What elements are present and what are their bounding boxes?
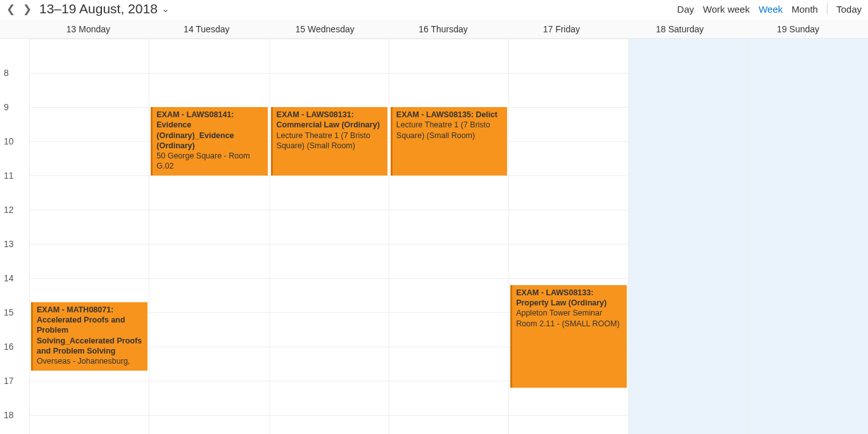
- calendar-event[interactable]: EXAM - LAWS08133: Property Law (Ordinary…: [510, 285, 627, 388]
- event-title: EXAM - MATH08071: Accelerated Proofs and…: [37, 305, 144, 356]
- hour-label: 9: [4, 102, 9, 112]
- day-column[interactable]: EXAM - LAWS08141: Evidence (Ordinary)_Ev…: [149, 39, 268, 434]
- event-location: Lecture Theatre 1 (7 Bristo Square) (Sma…: [277, 131, 384, 151]
- day-column[interactable]: [748, 39, 868, 434]
- calendar-grid[interactable]: 8910111213141516171819 EXAM - MATH08071:…: [0, 39, 868, 434]
- view-today[interactable]: Today: [836, 4, 862, 15]
- day-header[interactable]: 16 Thursday: [384, 20, 503, 38]
- date-range-picker[interactable]: 13–19 August, 2018 ⌄: [39, 1, 170, 16]
- hour-label: 11: [4, 170, 14, 181]
- hour-label: 14: [4, 273, 14, 283]
- hour-label: 15: [4, 307, 14, 317]
- day-header[interactable]: 18 Saturday: [620, 20, 739, 38]
- event-title: EXAM - LAWS08133: Property Law (Ordinary…: [516, 288, 623, 309]
- event-location: Appleton Tower Seminar Room 2.11 - (SMAL…: [516, 308, 623, 329]
- hour-label: 13: [4, 239, 14, 249]
- event-title: EXAM - LAWS08141: Evidence (Ordinary)_Ev…: [156, 110, 263, 151]
- event-location: Overseas - Johannesburg,: [37, 356, 144, 366]
- toolbar: ❮ ❯ 13–19 August, 2018 ⌄ Day Work week W…: [0, 0, 868, 20]
- time-gutter: 8910111213141516171819: [0, 39, 29, 434]
- day-headers-row: 13 Monday14 Tuesday15 Wednesday16 Thursd…: [0, 20, 868, 39]
- calendar-event[interactable]: EXAM - MATH08071: Accelerated Proofs and…: [31, 302, 148, 371]
- hour-label: 17: [4, 376, 14, 386]
- hour-label: 8: [4, 68, 9, 78]
- day-header[interactable]: 17 Friday: [502, 20, 620, 38]
- calendar: 13 Monday14 Tuesday15 Wednesday16 Thursd…: [0, 20, 868, 434]
- next-week-button[interactable]: ❯: [23, 3, 32, 16]
- calendar-event[interactable]: EXAM - LAWS08135: DelictLecture Theatre …: [391, 107, 507, 176]
- view-workweek[interactable]: Work week: [703, 4, 750, 15]
- view-day[interactable]: Day: [677, 4, 695, 15]
- hour-label: 16: [4, 341, 14, 352]
- view-month[interactable]: Month: [791, 4, 818, 15]
- day-column[interactable]: EXAM - LAWS08131: Commercial Law (Ordina…: [269, 39, 389, 434]
- event-location: Lecture Theatre 1 (7 Bristo Square) (Sma…: [396, 120, 503, 141]
- grid-body: EXAM - MATH08071: Accelerated Proofs and…: [29, 39, 868, 434]
- calendar-event[interactable]: EXAM - LAWS08131: Commercial Law (Ordina…: [271, 107, 387, 176]
- day-header[interactable]: 14 Tuesday: [148, 20, 266, 38]
- event-title: EXAM - LAWS08131: Commercial Law (Ordina…: [277, 110, 384, 131]
- day-header[interactable]: 15 Wednesday: [266, 20, 384, 38]
- divider: [827, 3, 827, 15]
- day-header[interactable]: 13 Monday: [29, 20, 148, 38]
- day-column[interactable]: EXAM - MATH08071: Accelerated Proofs and…: [29, 39, 149, 434]
- hour-label: 18: [4, 410, 14, 420]
- prev-week-button[interactable]: ❮: [6, 3, 15, 16]
- chevron-down-icon: ⌄: [161, 3, 170, 15]
- date-range-label: 13–19 August, 2018: [39, 1, 158, 16]
- event-title: EXAM - LAWS08135: Delict: [396, 110, 503, 120]
- day-header[interactable]: 19 Sunday: [739, 20, 857, 38]
- hour-label: 12: [4, 205, 14, 215]
- event-location: 50 George Square - Room G.02: [156, 151, 263, 172]
- view-week[interactable]: Week: [758, 4, 783, 15]
- hour-label: 10: [4, 136, 14, 146]
- gutter-head: [0, 20, 29, 38]
- day-column[interactable]: EXAM - LAWS08135: DelictLecture Theatre …: [389, 39, 508, 434]
- day-column[interactable]: [628, 39, 748, 434]
- calendar-event[interactable]: EXAM - LAWS08141: Evidence (Ordinary)_Ev…: [151, 107, 267, 176]
- day-column[interactable]: EXAM - LAWS08133: Property Law (Ordinary…: [508, 39, 628, 434]
